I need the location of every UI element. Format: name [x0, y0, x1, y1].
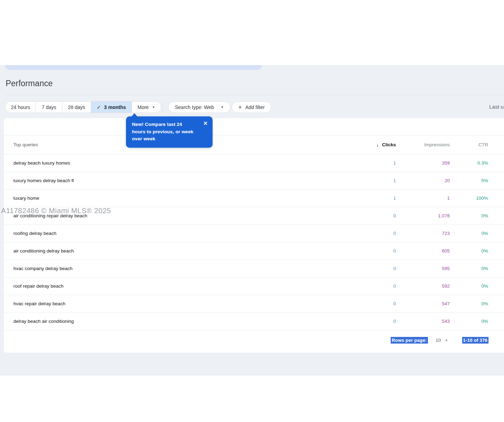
- ctr-cell: 0%: [481, 277, 488, 295]
- query-cell[interactable]: hvac repair delray beach: [4, 301, 65, 306]
- close-icon[interactable]: ✕: [203, 121, 208, 126]
- range-24-hours-button[interactable]: 24 hours: [5, 102, 36, 113]
- range-more-button[interactable]: More ▼: [132, 102, 161, 113]
- table-row[interactable]: hvac repair delray beach 0 547 0%: [4, 295, 504, 313]
- range-label: More: [138, 104, 149, 110]
- ctr-cell: 0%: [481, 313, 488, 330]
- watermark-text: A11782486 © Miami MLS® 2025: [1, 206, 111, 215]
- table-row[interactable]: delray beach luxury homes 1 359 0.3%: [4, 154, 504, 172]
- table-body: delray beach luxury homes 1 359 0.3% lux…: [4, 154, 504, 330]
- clicks-cell: 0: [393, 207, 396, 224]
- query-cell[interactable]: delray beach luxury homes: [4, 160, 70, 166]
- query-cell[interactable]: roofing delray beach: [4, 231, 56, 236]
- impressions-cell: 547: [442, 295, 450, 312]
- rows-per-page-label: Rows per page:: [391, 337, 428, 344]
- chevron-down-icon: ▼: [152, 106, 155, 109]
- ctr-cell: 0%: [481, 207, 488, 224]
- table-header-row: Top queries ↓ Clicks Impressions CTR: [4, 135, 504, 154]
- impressions-cell: 1: [447, 190, 450, 207]
- performance-page: Performance 24 hours 7 days 28 days ✓ 3 …: [0, 0, 504, 422]
- clicks-cell: 1: [393, 190, 396, 207]
- query-cell[interactable]: luxary home: [4, 196, 39, 201]
- query-cell[interactable]: delray beach air conditioning: [4, 319, 74, 324]
- impressions-cell: 723: [442, 225, 450, 242]
- range-label: 3 months: [104, 104, 126, 110]
- range-label: 28 days: [68, 104, 85, 110]
- ctr-cell: 0%: [481, 295, 488, 312]
- range-28-days-button[interactable]: 28 days: [62, 102, 91, 113]
- clicks-cell: 0: [393, 277, 396, 295]
- ctr-cell: 0%: [481, 260, 488, 277]
- query-cell[interactable]: hvac company delray beach: [4, 266, 73, 271]
- range-label: 24 hours: [11, 104, 30, 110]
- pagination-range: 1-10 of 376: [462, 337, 489, 344]
- ctr-cell: 0%: [481, 242, 488, 260]
- clicks-cell: 1: [393, 172, 396, 189]
- check-icon: ✓: [97, 104, 101, 110]
- impressions-cell: 605: [442, 242, 450, 260]
- column-header-ctr[interactable]: CTR: [478, 135, 488, 154]
- ctr-cell: 0.3%: [477, 154, 488, 172]
- clicks-cell: 0: [393, 242, 396, 260]
- page-title: Performance: [6, 79, 53, 88]
- query-cell[interactable]: air conditioning delray beach: [4, 248, 74, 254]
- searchbar-remnant: [5, 65, 262, 70]
- table-tabs-strip: [4, 118, 504, 135]
- ctr-cell: 5%: [481, 172, 488, 189]
- clicks-cell: 0: [393, 225, 396, 242]
- impressions-cell: 592: [442, 277, 450, 295]
- clicks-cell: 1: [393, 154, 396, 172]
- tooltip-text: New! Compare last 24 hours to previous, …: [132, 121, 197, 143]
- clicks-cell: 0: [393, 295, 396, 312]
- rows-per-page-value[interactable]: 10: [436, 338, 441, 343]
- ctr-cell: 100%: [476, 190, 488, 207]
- sort-descending-icon: ↓: [376, 142, 379, 148]
- title-divider: [5, 95, 504, 95]
- column-header-impressions[interactable]: Impressions: [424, 135, 450, 154]
- rows-per-page-dropdown-icon[interactable]: ▼: [445, 339, 448, 342]
- query-cell[interactable]: roof repair delray beach: [4, 283, 64, 289]
- add-filter-label: Add filter: [245, 104, 265, 110]
- search-type-button[interactable]: Search type: Web ▼: [168, 101, 231, 113]
- filter-divider: [163, 102, 163, 113]
- query-cell[interactable]: luxury homes delray beach fl: [4, 178, 74, 183]
- ctr-cell: 0%: [481, 225, 488, 242]
- impressions-cell: 20: [445, 172, 450, 189]
- table-row[interactable]: roofing delray beach 0 723 0%: [4, 225, 504, 242]
- column-header-top-queries[interactable]: Top queries: [4, 142, 38, 147]
- impressions-cell: 595: [442, 260, 450, 277]
- plus-icon: +: [238, 104, 242, 111]
- table-footer: Rows per page: 10 ▼ 1-10 of 376: [4, 330, 504, 350]
- table-row[interactable]: hvac company delray beach 0 595 0%: [4, 260, 504, 277]
- table-row[interactable]: delray beach air conditioning 0 543 0%: [4, 313, 504, 330]
- last-updated-label: Last u: [489, 104, 504, 110]
- add-filter-button[interactable]: + Add filter: [232, 101, 271, 113]
- tooltip-arrow: [131, 113, 138, 117]
- chevron-down-icon: ▼: [221, 106, 224, 109]
- date-range-group: 24 hours 7 days 28 days ✓ 3 months More …: [5, 101, 161, 113]
- clicks-cell: 0: [393, 313, 396, 330]
- clicks-cell: 0: [393, 260, 396, 277]
- new-feature-tooltip: New! Compare last 24 hours to previous, …: [126, 116, 213, 148]
- impressions-cell: 543: [442, 313, 450, 330]
- clicks-header-label: Clicks: [382, 142, 396, 147]
- filter-bar: 24 hours 7 days 28 days ✓ 3 months More …: [0, 101, 504, 113]
- queries-table-card: Top queries ↓ Clicks Impressions CTR del…: [4, 118, 504, 353]
- range-3-months-button[interactable]: ✓ 3 months: [91, 102, 132, 113]
- impressions-cell: 1,076: [438, 207, 450, 224]
- range-label: 7 days: [42, 104, 56, 110]
- range-7-days-button[interactable]: 7 days: [36, 102, 62, 113]
- column-header-clicks[interactable]: ↓ Clicks: [376, 135, 396, 154]
- search-type-label: Search type: Web: [175, 104, 214, 110]
- table-row[interactable]: luxary home 1 1 100%: [4, 190, 504, 207]
- table-row[interactable]: air conditioning delray beach 0 605 0%: [4, 242, 504, 260]
- impressions-cell: 359: [442, 154, 450, 172]
- table-row[interactable]: luxury homes delray beach fl 1 20 5%: [4, 172, 504, 190]
- table-row[interactable]: roof repair delray beach 0 592 0%: [4, 277, 504, 295]
